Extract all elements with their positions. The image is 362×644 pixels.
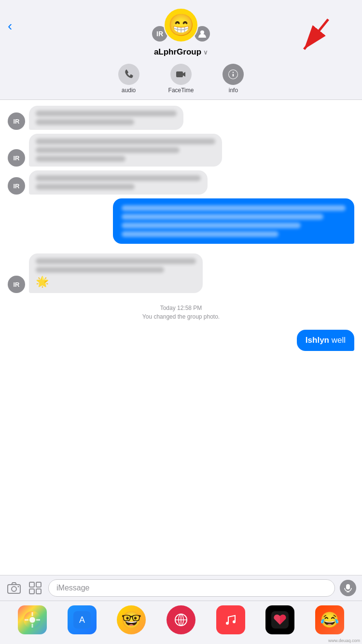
back-button[interactable]: ‹ bbox=[8, 19, 12, 33]
bubble-incoming-2 bbox=[29, 134, 222, 167]
bubble-outgoing bbox=[113, 198, 354, 244]
app-dock: A 🤓 😂 bbox=[0, 601, 362, 644]
input-bar: iMessage bbox=[0, 575, 362, 601]
facetime-label: FaceTime bbox=[168, 87, 194, 94]
info-label: info bbox=[229, 87, 238, 94]
message-row-last: Ishlyn well bbox=[8, 330, 354, 351]
blur-line bbox=[36, 267, 164, 273]
audio-label: audio bbox=[122, 87, 136, 94]
message-row: IR bbox=[8, 106, 354, 130]
avatar-ir-5: IR bbox=[8, 276, 25, 293]
svg-rect-1 bbox=[176, 71, 183, 77]
avatar-ir-2: IR bbox=[8, 149, 25, 167]
blur-line bbox=[36, 119, 134, 125]
apps-button[interactable] bbox=[27, 580, 43, 596]
blur-line bbox=[36, 111, 177, 116]
blur-line bbox=[36, 139, 215, 144]
message-text: well bbox=[329, 336, 346, 345]
bubble-incoming-5: 🌟 bbox=[29, 253, 203, 293]
blur-line bbox=[36, 147, 180, 153]
blur-line bbox=[122, 223, 301, 228]
message-highlight: Ishlyn bbox=[306, 336, 329, 345]
blur-line bbox=[36, 184, 135, 190]
message-row-outgoing bbox=[8, 198, 354, 244]
dock-music[interactable] bbox=[216, 605, 245, 634]
action-facetime[interactable]: FaceTime bbox=[168, 64, 194, 94]
action-audio[interactable]: audio bbox=[118, 64, 139, 94]
imessage-input[interactable]: iMessage bbox=[48, 579, 335, 597]
dock-heart[interactable] bbox=[265, 605, 294, 634]
svg-rect-11 bbox=[29, 582, 34, 587]
blur-line bbox=[122, 205, 346, 211]
messages-header: ‹ IR 😁 aLphrGroup ∨ bbox=[0, 0, 362, 100]
timestamp: Today 12:58 PM bbox=[8, 305, 354, 311]
imessage-placeholder: iMessage bbox=[56, 584, 89, 592]
svg-point-29 bbox=[233, 620, 236, 623]
chevron-down-icon: ∨ bbox=[203, 49, 208, 56]
action-info[interactable]: info bbox=[223, 64, 244, 94]
blur-line bbox=[36, 258, 196, 264]
watermark: www.deuaq.com bbox=[326, 637, 362, 644]
timestamp-area: Today 12:58 PM You changed the group pho… bbox=[8, 303, 354, 324]
svg-point-0 bbox=[200, 30, 204, 34]
bubble-incoming-3 bbox=[29, 170, 208, 195]
dock-memoji[interactable]: 🤓 bbox=[117, 605, 146, 634]
message-row: IR bbox=[8, 170, 354, 195]
svg-point-10 bbox=[18, 586, 19, 588]
bubble-incoming-1 bbox=[29, 106, 183, 130]
message-emoji: 🌟 bbox=[36, 276, 196, 288]
group-name[interactable]: aLphrGroup ∨ bbox=[154, 47, 208, 57]
blur-line bbox=[122, 214, 323, 220]
header-top: ‹ IR 😁 bbox=[0, 5, 362, 47]
svg-point-4 bbox=[233, 72, 234, 73]
svg-rect-15 bbox=[346, 584, 350, 589]
avatar-ir-1: IR bbox=[8, 112, 25, 130]
svg-rect-13 bbox=[29, 589, 34, 594]
camera-button[interactable] bbox=[6, 580, 22, 596]
avatar-ir-3: IR bbox=[8, 177, 25, 195]
facetime-icon-circle bbox=[170, 64, 192, 85]
svg-point-9 bbox=[12, 587, 16, 591]
dock-reddit[interactable]: 😂 bbox=[315, 605, 344, 634]
svg-rect-27 bbox=[222, 611, 239, 629]
avatar-main-emoji: 😁 bbox=[164, 8, 198, 42]
svg-rect-14 bbox=[36, 589, 41, 594]
svg-rect-12 bbox=[36, 582, 41, 587]
blur-line bbox=[122, 231, 278, 237]
svg-point-19 bbox=[29, 617, 35, 623]
message-row: IR bbox=[8, 134, 354, 167]
dock-photos[interactable] bbox=[18, 605, 47, 634]
blur-line bbox=[36, 175, 201, 181]
message-group-ir-5: IR 🌟 bbox=[8, 252, 354, 293]
svg-point-28 bbox=[226, 622, 229, 625]
header-actions: audio FaceTime info bbox=[118, 61, 244, 99]
last-outgoing-bubble: Ishlyn well bbox=[297, 330, 354, 351]
dock-browser[interactable] bbox=[167, 605, 195, 634]
system-message: You changed the group photo. bbox=[8, 313, 354, 320]
blur-line bbox=[36, 156, 125, 162]
messages-area: IR IR IR bbox=[0, 100, 362, 520]
svg-rect-5 bbox=[233, 74, 234, 77]
svg-text:A: A bbox=[79, 615, 85, 625]
info-icon-circle bbox=[223, 64, 244, 85]
avatar-group: IR 😁 bbox=[151, 8, 211, 42]
audio-record-button[interactable] bbox=[340, 580, 356, 596]
audio-icon-circle bbox=[118, 64, 139, 85]
dock-appstore[interactable]: A bbox=[68, 605, 97, 634]
